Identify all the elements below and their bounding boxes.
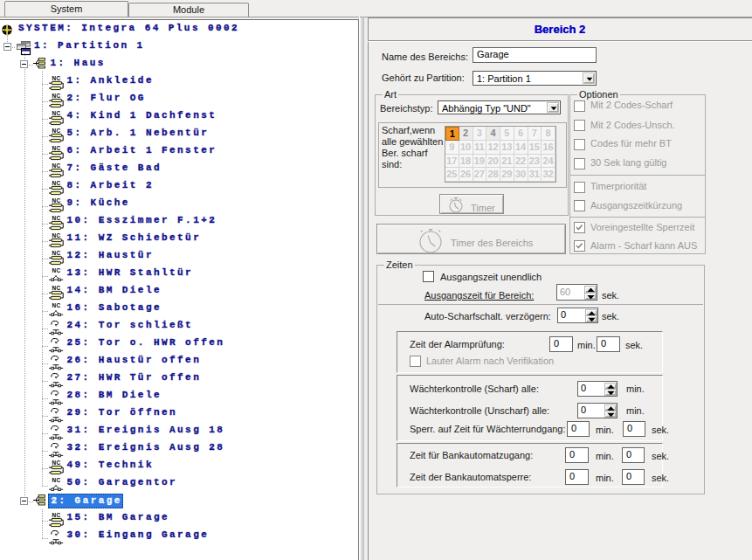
svg-text:NC: NC: [52, 76, 60, 81]
svg-text:NC: NC: [52, 513, 60, 518]
svg-text:NC: NC: [52, 460, 60, 466]
svg-text:NC: NC: [52, 163, 60, 169]
svg-text:NC: NC: [52, 128, 60, 134]
svg-text:NC: NC: [52, 216, 60, 221]
svg-text:NC: NC: [52, 233, 60, 239]
svg-text:NC: NC: [52, 198, 60, 204]
svg-text:NC: NC: [52, 111, 60, 116]
svg-text:NC: NC: [52, 251, 60, 256]
svg-text:NC: NC: [52, 93, 60, 99]
svg-text:NC: NC: [52, 303, 60, 308]
svg-text:NC: NC: [52, 286, 60, 291]
svg-text:NC: NC: [52, 146, 60, 151]
svg-text:NC: NC: [52, 181, 60, 186]
svg-text:NC: NC: [52, 478, 60, 483]
svg-text:NC: NC: [52, 268, 60, 273]
